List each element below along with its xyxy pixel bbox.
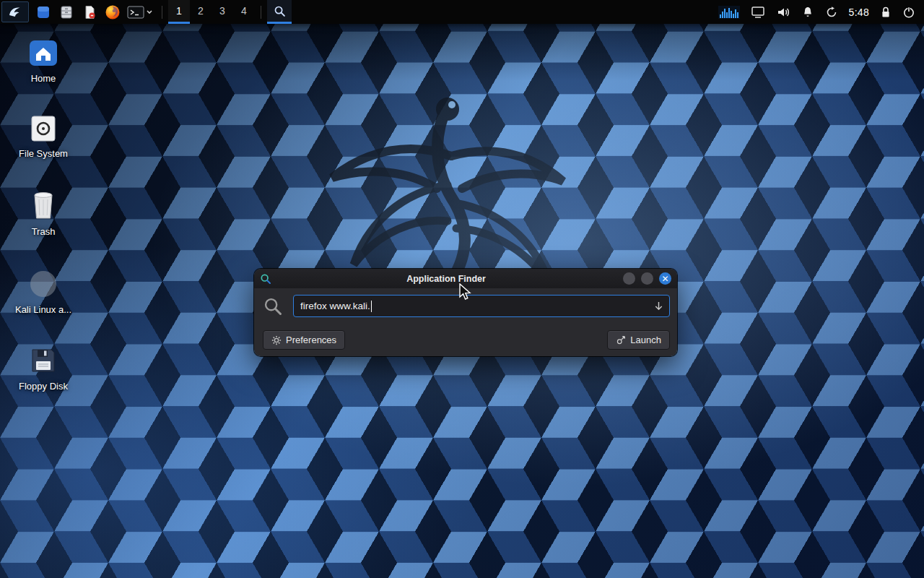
desktop-icon-label: Kali Linux a... bbox=[15, 304, 71, 315]
chevron-down-icon bbox=[147, 11, 152, 13]
desktop-icon-label: Floppy Disk bbox=[19, 381, 68, 392]
power-icon[interactable] bbox=[902, 6, 915, 19]
desktop-icon-kali-linux[interactable]: Kali Linux a... bbox=[6, 269, 81, 315]
firefox-launcher[interactable] bbox=[101, 0, 124, 24]
firefox-icon bbox=[105, 4, 121, 20]
desktop-icon-label: Trash bbox=[32, 226, 56, 237]
desktop-icon-trash[interactable]: Trash bbox=[6, 189, 81, 237]
kali-menu-icon bbox=[8, 5, 22, 20]
minimize-button[interactable] bbox=[623, 272, 635, 285]
workspace-3-label: 3 bbox=[219, 5, 225, 17]
search-input[interactable]: firefox www.kali. bbox=[293, 295, 670, 317]
desktop-icon-floppy-disk[interactable]: Floppy Disk bbox=[6, 345, 81, 392]
home-icon bbox=[27, 39, 60, 68]
launch-label: Launch bbox=[630, 335, 661, 345]
text-editor-icon bbox=[82, 5, 97, 20]
preferences-button[interactable]: Preferences bbox=[263, 330, 345, 350]
desktop-icon-label: Home bbox=[31, 73, 56, 84]
file-manager-launcher[interactable] bbox=[32, 0, 55, 24]
workspace-2-label: 2 bbox=[198, 5, 204, 17]
audio-graph-icon[interactable] bbox=[718, 6, 740, 19]
panel-tray: 5:48 bbox=[718, 6, 924, 19]
window-title: Application Finder bbox=[282, 274, 611, 284]
workspace-1[interactable]: 1 bbox=[168, 0, 190, 24]
files-icon bbox=[59, 5, 74, 20]
volume-icon[interactable] bbox=[776, 6, 790, 19]
taskbar-app-finder[interactable] bbox=[267, 0, 292, 24]
text-cursor bbox=[371, 301, 372, 312]
files-launcher[interactable] bbox=[55, 0, 78, 24]
terminal-launcher[interactable] bbox=[124, 0, 156, 24]
application-finder-window: Application Finder ✕ firefox www.kali. bbox=[254, 269, 677, 356]
clock[interactable]: 5:48 bbox=[849, 7, 869, 18]
kali-docs-icon bbox=[27, 269, 59, 299]
bell-icon[interactable] bbox=[801, 6, 814, 19]
desktop: 1 2 3 4 bbox=[0, 0, 924, 578]
trash-icon bbox=[29, 189, 58, 221]
workspace-1-label: 1 bbox=[176, 5, 182, 17]
maximize-button[interactable] bbox=[641, 272, 653, 285]
desktop-icon-file-system[interactable]: File System bbox=[6, 114, 81, 159]
workspace-3[interactable]: 3 bbox=[212, 0, 233, 24]
workspace-4-label: 4 bbox=[241, 5, 247, 17]
text-editor-launcher[interactable] bbox=[78, 0, 101, 24]
panel-separator bbox=[261, 6, 261, 19]
terminal-icon bbox=[128, 7, 144, 18]
lock-icon[interactable] bbox=[880, 6, 892, 19]
app-finder-icon bbox=[260, 273, 271, 285]
close-button[interactable]: ✕ bbox=[659, 272, 671, 285]
workspace-2[interactable]: 2 bbox=[190, 0, 212, 24]
launch-icon bbox=[616, 335, 626, 345]
desktop-icon-label: File System bbox=[19, 148, 68, 159]
top-panel: 1 2 3 4 bbox=[0, 0, 924, 24]
file-system-icon bbox=[27, 114, 59, 143]
updates-icon[interactable] bbox=[825, 6, 838, 19]
file-manager-icon bbox=[36, 5, 51, 20]
launch-button[interactable]: Launch bbox=[607, 330, 670, 350]
search-icon bbox=[263, 296, 283, 316]
preferences-label: Preferences bbox=[286, 335, 336, 345]
app-finder-task-icon bbox=[274, 5, 286, 17]
search-text: firefox www.kali. bbox=[300, 301, 370, 311]
gear-icon bbox=[271, 335, 282, 345]
workspace-4[interactable]: 4 bbox=[233, 0, 255, 24]
panel-separator bbox=[162, 6, 162, 19]
mouse-cursor bbox=[457, 283, 473, 301]
kali-menu-button[interactable] bbox=[1, 1, 29, 22]
floppy-disk-icon bbox=[28, 345, 58, 376]
desktop-icon-home[interactable]: Home bbox=[6, 39, 81, 84]
dropdown-arrow-icon[interactable] bbox=[653, 301, 664, 314]
display-icon[interactable] bbox=[751, 6, 765, 19]
